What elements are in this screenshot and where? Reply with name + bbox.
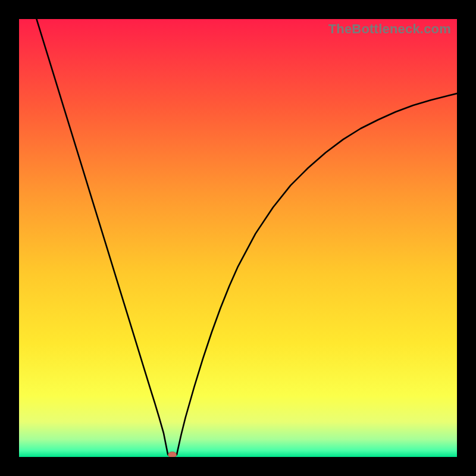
watermark-text: TheBottleneck.com — [328, 21, 451, 37]
chart-stage: TheBottleneck.com — [0, 0, 476, 476]
plot-area: TheBottleneck.com — [19, 19, 457, 457]
bottleneck-curve — [19, 19, 457, 457]
minimum-marker — [168, 452, 177, 457]
